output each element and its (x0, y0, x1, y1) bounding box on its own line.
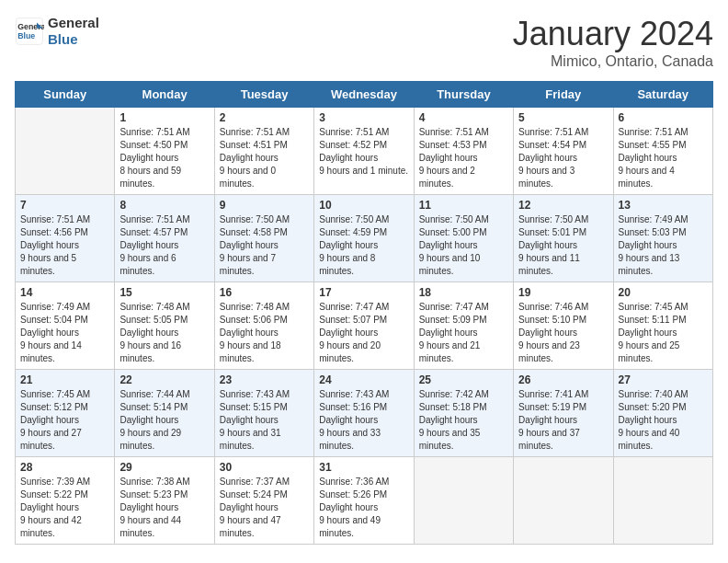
calendar-day-cell: 18Sunrise: 7:47 AMSunset: 5:09 PMDayligh… (414, 282, 513, 370)
calendar-day-cell: 13Sunrise: 7:49 AMSunset: 5:03 PMDayligh… (613, 195, 712, 282)
calendar-day-cell: 16Sunrise: 7:48 AMSunset: 5:06 PMDayligh… (214, 282, 313, 370)
day-info: Sunrise: 7:50 AMSunset: 4:58 PMDaylight … (220, 213, 309, 278)
day-number: 26 (518, 373, 608, 386)
day-info: Sunrise: 7:51 AMSunset: 4:54 PMDaylight … (518, 126, 608, 190)
day-info: Sunrise: 7:44 AMSunset: 5:14 PMDaylight … (119, 388, 209, 453)
weekday-header-thursday: Thursday (414, 82, 513, 108)
day-number: 28 (20, 461, 109, 474)
day-info: Sunrise: 7:50 AMSunset: 5:00 PMDaylight … (419, 213, 508, 278)
day-info: Sunrise: 7:45 AMSunset: 5:11 PMDaylight … (619, 301, 708, 365)
main-title: January 2024 (513, 15, 713, 53)
day-number: 24 (319, 373, 408, 386)
weekday-header-wednesday: Wednesday (314, 82, 414, 108)
calendar-day-cell: 7Sunrise: 7:51 AMSunset: 4:56 PMDaylight… (16, 195, 115, 282)
calendar-day-cell: 12Sunrise: 7:50 AMSunset: 5:01 PMDayligh… (514, 195, 613, 282)
day-number: 13 (619, 199, 708, 212)
day-info: Sunrise: 7:37 AMSunset: 5:24 PMDaylight … (220, 476, 309, 540)
calendar-week-row: 21Sunrise: 7:45 AMSunset: 5:12 PMDayligh… (16, 370, 713, 457)
day-number: 22 (119, 373, 209, 386)
calendar-week-row: 14Sunrise: 7:49 AMSunset: 5:04 PMDayligh… (16, 282, 713, 370)
calendar-day-cell: 28Sunrise: 7:39 AMSunset: 5:22 PMDayligh… (16, 457, 115, 545)
calendar-day-cell: 8Sunrise: 7:51 AMSunset: 4:57 PMDaylight… (115, 195, 214, 282)
day-number: 5 (518, 111, 608, 124)
day-info: Sunrise: 7:49 AMSunset: 5:03 PMDaylight … (619, 213, 708, 278)
calendar-day-cell: 11Sunrise: 7:50 AMSunset: 5:00 PMDayligh… (414, 195, 513, 282)
day-number: 29 (119, 461, 209, 474)
day-info: Sunrise: 7:51 AMSunset: 4:57 PMDaylight … (119, 213, 209, 278)
day-number: 6 (619, 111, 708, 124)
logo-icon: General Blue (15, 17, 44, 46)
calendar-table: SundayMondayTuesdayWednesdayThursdayFrid… (15, 81, 713, 545)
calendar-day-cell: 9Sunrise: 7:50 AMSunset: 4:58 PMDaylight… (214, 195, 313, 282)
day-info: Sunrise: 7:48 AMSunset: 5:05 PMDaylight … (119, 301, 209, 365)
calendar-day-cell (414, 457, 513, 545)
calendar-day-cell: 25Sunrise: 7:42 AMSunset: 5:18 PMDayligh… (414, 370, 513, 457)
day-number: 23 (220, 373, 309, 386)
calendar-day-cell: 27Sunrise: 7:40 AMSunset: 5:20 PMDayligh… (613, 370, 712, 457)
page-header: General Blue General Blue January 2024 M… (15, 15, 713, 70)
calendar-day-cell: 31Sunrise: 7:36 AMSunset: 5:26 PMDayligh… (314, 457, 414, 545)
calendar-body: 1Sunrise: 7:51 AMSunset: 4:50 PMDaylight… (16, 108, 713, 545)
logo-line1: General (48, 15, 99, 31)
day-number: 18 (419, 286, 508, 299)
day-number: 8 (119, 199, 209, 212)
calendar-day-cell: 4Sunrise: 7:51 AMSunset: 4:53 PMDaylight… (414, 108, 513, 195)
calendar-day-cell: 26Sunrise: 7:41 AMSunset: 5:19 PMDayligh… (514, 370, 613, 457)
weekday-header-friday: Friday (514, 82, 613, 108)
calendar-day-cell: 30Sunrise: 7:37 AMSunset: 5:24 PMDayligh… (214, 457, 313, 545)
calendar-day-cell: 23Sunrise: 7:43 AMSunset: 5:15 PMDayligh… (214, 370, 313, 457)
calendar-day-cell: 22Sunrise: 7:44 AMSunset: 5:14 PMDayligh… (115, 370, 214, 457)
day-info: Sunrise: 7:48 AMSunset: 5:06 PMDaylight … (220, 301, 309, 365)
day-number: 25 (419, 373, 508, 386)
calendar-day-cell: 19Sunrise: 7:46 AMSunset: 5:10 PMDayligh… (514, 282, 613, 370)
day-info: Sunrise: 7:39 AMSunset: 5:22 PMDaylight … (20, 476, 109, 540)
day-info: Sunrise: 7:42 AMSunset: 5:18 PMDaylight … (419, 388, 508, 453)
calendar-day-cell: 5Sunrise: 7:51 AMSunset: 4:54 PMDaylight… (514, 108, 613, 195)
weekday-header-tuesday: Tuesday (214, 82, 313, 108)
day-number: 14 (20, 286, 109, 299)
calendar-week-row: 7Sunrise: 7:51 AMSunset: 4:56 PMDaylight… (16, 195, 713, 282)
day-number: 12 (518, 199, 608, 212)
day-number: 17 (319, 286, 408, 299)
calendar-day-cell: 17Sunrise: 7:47 AMSunset: 5:07 PMDayligh… (314, 282, 414, 370)
weekday-header-row: SundayMondayTuesdayWednesdayThursdayFrid… (16, 82, 713, 108)
day-info: Sunrise: 7:41 AMSunset: 5:19 PMDaylight … (518, 388, 608, 453)
calendar-day-cell: 1Sunrise: 7:51 AMSunset: 4:50 PMDaylight… (115, 108, 214, 195)
day-info: Sunrise: 7:50 AMSunset: 5:01 PMDaylight … (518, 213, 608, 278)
day-number: 9 (220, 199, 309, 212)
day-number: 7 (20, 199, 109, 212)
title-area: January 2024 Mimico, Ontario, Canada (513, 15, 713, 70)
day-info: Sunrise: 7:51 AMSunset: 4:52 PMDaylight … (319, 126, 408, 178)
svg-text:Blue: Blue (17, 31, 35, 40)
calendar-day-cell: 21Sunrise: 7:45 AMSunset: 5:12 PMDayligh… (16, 370, 115, 457)
day-number: 2 (220, 111, 309, 124)
day-number: 10 (319, 199, 408, 212)
day-number: 1 (119, 111, 209, 124)
day-info: Sunrise: 7:47 AMSunset: 5:07 PMDaylight … (319, 301, 408, 365)
day-info: Sunrise: 7:51 AMSunset: 4:55 PMDaylight … (619, 126, 708, 190)
day-number: 4 (419, 111, 508, 124)
day-number: 30 (220, 461, 309, 474)
calendar-day-cell: 14Sunrise: 7:49 AMSunset: 5:04 PMDayligh… (16, 282, 115, 370)
calendar-week-row: 1Sunrise: 7:51 AMSunset: 4:50 PMDaylight… (16, 108, 713, 195)
day-number: 15 (119, 286, 209, 299)
day-info: Sunrise: 7:45 AMSunset: 5:12 PMDaylight … (20, 388, 109, 453)
day-number: 11 (419, 199, 508, 212)
day-number: 20 (619, 286, 708, 299)
day-info: Sunrise: 7:50 AMSunset: 4:59 PMDaylight … (319, 213, 408, 278)
calendar-header: SundayMondayTuesdayWednesdayThursdayFrid… (16, 82, 713, 108)
logo: General Blue General Blue (15, 15, 99, 48)
calendar-week-row: 28Sunrise: 7:39 AMSunset: 5:22 PMDayligh… (16, 457, 713, 545)
day-number: 19 (518, 286, 608, 299)
day-info: Sunrise: 7:43 AMSunset: 5:16 PMDaylight … (319, 388, 408, 453)
calendar-day-cell: 24Sunrise: 7:43 AMSunset: 5:16 PMDayligh… (314, 370, 414, 457)
weekday-header-monday: Monday (115, 82, 214, 108)
day-info: Sunrise: 7:51 AMSunset: 4:53 PMDaylight … (419, 126, 508, 190)
calendar-day-cell: 2Sunrise: 7:51 AMSunset: 4:51 PMDaylight… (214, 108, 313, 195)
calendar-day-cell (514, 457, 613, 545)
day-info: Sunrise: 7:51 AMSunset: 4:51 PMDaylight … (220, 126, 309, 190)
calendar-day-cell: 3Sunrise: 7:51 AMSunset: 4:52 PMDaylight… (314, 108, 414, 195)
calendar-day-cell: 10Sunrise: 7:50 AMSunset: 4:59 PMDayligh… (314, 195, 414, 282)
day-info: Sunrise: 7:40 AMSunset: 5:20 PMDaylight … (619, 388, 708, 453)
day-number: 16 (220, 286, 309, 299)
